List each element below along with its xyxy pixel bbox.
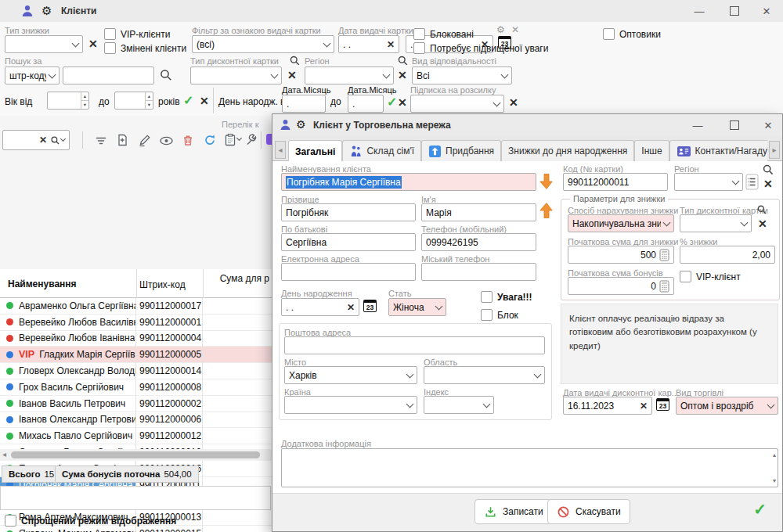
notes-box[interactable]: [0, 486, 271, 510]
mailing-clear-icon[interactable]: ✕: [509, 97, 518, 108]
column-header-name[interactable]: Найменування: [8, 279, 77, 289]
dialog-tab[interactable]: Придбання: [421, 140, 501, 161]
calculator-icon[interactable]: [659, 280, 669, 293]
tabs-scroll-left[interactable]: ◂: [275, 141, 286, 159]
column-header-sum[interactable]: Сума для р: [220, 273, 269, 284]
spinner-buttons[interactable]: ▴▾: [81, 92, 88, 109]
region-filter-combo[interactable]: [305, 66, 394, 84]
table-row[interactable]: Михась Павло Сергійович 990112000012: [0, 428, 272, 444]
birthday-clear-icon[interactable]: ✕: [398, 97, 407, 108]
discount-card-type-combo[interactable]: [680, 214, 752, 232]
table-row[interactable]: Авраменко Ольга Сергіївна 990112000017: [0, 298, 272, 315]
responsibility-combo[interactable]: Всі: [412, 66, 512, 84]
search-options-icon[interactable]: [50, 135, 65, 146]
list-search-input[interactable]: ✕: [2, 130, 70, 150]
scroll-down-icon[interactable]: ▾: [773, 477, 776, 484]
table-row[interactable]: Іванов Василь Петрович 990112000002: [0, 396, 272, 412]
changed-clients-checkbox[interactable]: Змінені клієнти: [104, 42, 186, 54]
table-row[interactable]: Іванов Олександр Петрович 990112000006: [0, 412, 272, 429]
scroll-left-icon[interactable]: ◂: [2, 450, 6, 458]
scroll-up-icon[interactable]: ▴: [773, 451, 776, 458]
minimize-button[interactable]: —: [689, 3, 709, 19]
firstname-input[interactable]: Марія: [421, 203, 536, 221]
report-icon[interactable]: [222, 132, 238, 148]
close-button[interactable]: ✕: [756, 3, 777, 19]
search-icon[interactable]: [762, 164, 774, 176]
card-issue-filter-combo[interactable]: (всі): [192, 35, 334, 53]
column-divider[interactable]: [136, 269, 137, 298]
age-from-spinner[interactable]: ▴▾: [47, 92, 89, 110]
save-button[interactable]: Записати: [474, 499, 553, 524]
vip-client-checkbox[interactable]: VIP-клієнт: [680, 271, 741, 282]
date-gear-icon[interactable]: ⚙: [496, 25, 505, 34]
search-input[interactable]: [63, 66, 154, 84]
move-down-icon[interactable]: [539, 173, 554, 190]
dialog-maximize-button[interactable]: [724, 117, 745, 133]
calculator-icon[interactable]: [659, 249, 669, 261]
spin-up-icon[interactable]: ▴: [146, 92, 153, 101]
view-icon[interactable]: [158, 133, 174, 149]
dialog-close-button[interactable]: ✕: [758, 117, 778, 133]
filter-icon[interactable]: [93, 133, 109, 149]
dialog-confirm-icon[interactable]: ✓: [753, 501, 767, 517]
tools-icon[interactable]: [244, 132, 259, 148]
simple-mode-checkbox[interactable]: Спрощений режим відображення: [5, 515, 176, 527]
table-row[interactable]: Веревейко Любов Василівна 990112000001: [0, 315, 272, 331]
maximize-button[interactable]: [724, 3, 745, 19]
search-mode-combo[interactable]: штр-коду: [5, 66, 60, 84]
card-issue-date-from[interactable]: . .✕: [338, 35, 399, 53]
dialog-tab[interactable]: Загальні: [288, 140, 342, 161]
search-icon[interactable]: [159, 68, 173, 82]
spin-down-icon[interactable]: ▾: [81, 101, 88, 109]
tabs-scroll-right[interactable]: ▸: [769, 141, 780, 159]
spin-down-icon[interactable]: ▾: [146, 101, 153, 109]
discount-card-type-clear-icon[interactable]: ✕: [287, 70, 297, 81]
region-clear-icon[interactable]: ✕: [763, 178, 773, 189]
issue-date-input[interactable]: 16.11.2023✕: [563, 397, 652, 415]
table-row[interactable]: Веревейко Любов Іванівна 990112000004: [0, 331, 272, 347]
dialog-tab[interactable]: Контакти/Нагадування: [669, 140, 767, 161]
additional-info-textarea[interactable]: ▴ ▾: [281, 448, 778, 487]
postal-input[interactable]: [284, 336, 545, 354]
discount-card-type-combo[interactable]: [190, 66, 282, 84]
search-icon[interactable]: [756, 204, 767, 215]
dialog-tab[interactable]: Знижки до дня народження: [501, 140, 634, 161]
search-icon[interactable]: [397, 55, 409, 66]
card-code-input[interactable]: 990112000011: [563, 173, 668, 191]
search-icon[interactable]: [289, 55, 301, 66]
blocked-checkbox[interactable]: Блоковані: [413, 28, 474, 40]
horizontal-scrollbar[interactable]: ◂: [0, 449, 272, 461]
index-combo[interactable]: [424, 396, 494, 414]
birthday-apply-icon[interactable]: ✓: [387, 96, 397, 109]
table-header[interactable]: Найменування Штрих-код Сума для р: [0, 269, 272, 298]
move-up-icon[interactable]: [539, 202, 554, 219]
email-input[interactable]: [281, 263, 416, 281]
region-clear-icon[interactable]: ✕: [398, 70, 407, 81]
attention-checkbox[interactable]: Потребує підвищеної уваги: [413, 42, 548, 54]
block-checkbox[interactable]: Блок: [481, 309, 518, 321]
region-list-icon[interactable]: [745, 174, 759, 190]
table-row[interactable]: Грох Василь Сергійович 990112000008: [0, 379, 272, 396]
surname-input[interactable]: Погрібняк: [281, 203, 416, 221]
discount-method-combo[interactable]: Накопичувальна знижка: [568, 214, 674, 232]
region-combo[interactable]: [674, 173, 743, 191]
birthday-input[interactable]: . .✕: [281, 298, 359, 316]
calendar-icon[interactable]: 23: [656, 398, 669, 411]
table-row[interactable]: Яковець Максим Артемович 990112000015: [0, 526, 272, 532]
initial-sum-input[interactable]: 500: [568, 246, 674, 264]
oblast-combo[interactable]: [424, 366, 545, 384]
birthday-from-input[interactable]: .: [282, 95, 326, 113]
trade-type-combo[interactable]: Оптом і вроздріб: [676, 397, 778, 415]
wholesalers-checkbox[interactable]: Оптовики: [603, 28, 661, 40]
calendar-icon[interactable]: 23: [363, 300, 377, 312]
cityphone-input[interactable]: [421, 263, 536, 281]
delete-icon[interactable]: [180, 132, 196, 148]
clear-icon[interactable]: ✕: [387, 40, 395, 49]
spin-up-icon[interactable]: ▴: [81, 92, 88, 101]
patronymic-input[interactable]: Сергіївна: [281, 233, 416, 251]
discount-card-type-clear-icon[interactable]: ✕: [758, 218, 767, 229]
city-combo[interactable]: Харків: [284, 366, 417, 384]
country-combo[interactable]: [284, 396, 417, 414]
edit-icon[interactable]: [137, 132, 153, 148]
dialog-tab[interactable]: Інше: [634, 140, 669, 161]
